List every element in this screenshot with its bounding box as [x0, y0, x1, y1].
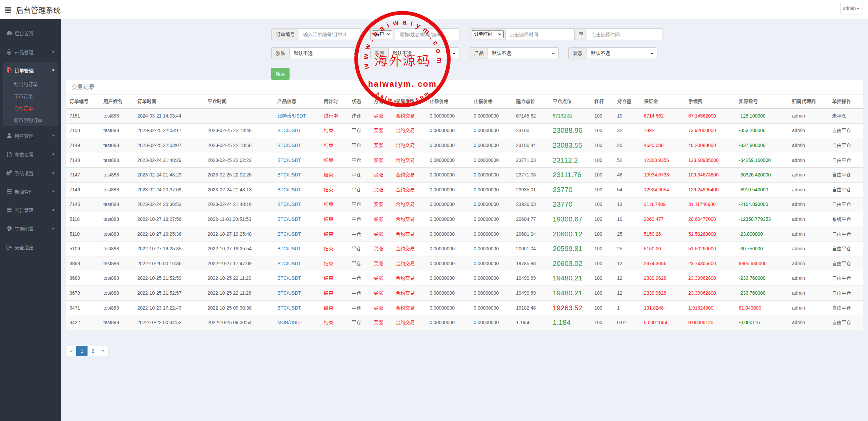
- svg-text:B: B: [7, 49, 11, 55]
- svg-text:海外源码: 海外源码: [374, 51, 431, 69]
- svg-text:haiwaiym. com: haiwaiym. com: [368, 79, 437, 88]
